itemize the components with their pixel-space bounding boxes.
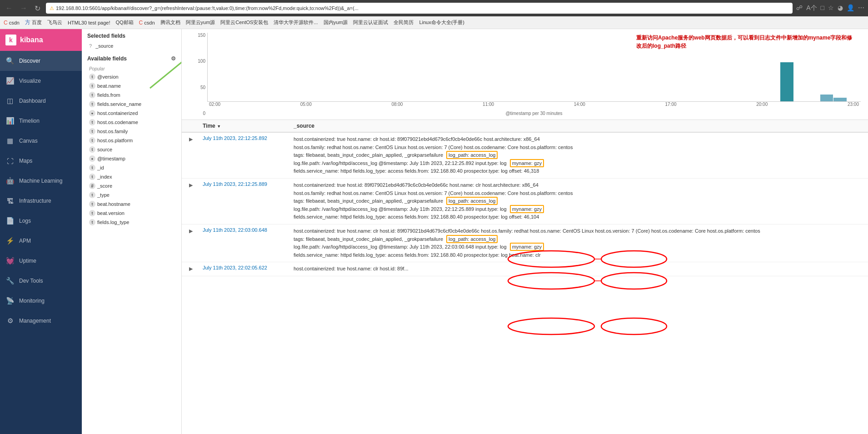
field-type-text-icon: t <box>89 174 95 180</box>
sidebar-item-management[interactable]: ⚙ Management <box>0 311 82 331</box>
infra-icon: 🏗 <box>5 197 15 205</box>
chart-bar-highlight-17[interactable] <box>780 62 793 101</box>
field-name-fieldsservicename: fields.service_name <box>97 101 141 107</box>
bookmark-csdn-2[interactable]: C csdn <box>139 20 155 26</box>
chart-y-axis: 150 100 50 0 <box>189 33 207 116</box>
bookmark-tencent-doc[interactable]: 腾讯文档 <box>160 19 180 26</box>
source-field-item[interactable]: ? _source <box>87 42 176 50</box>
row-source-1: host.containerized: true host.name: clr … <box>294 135 861 175</box>
sidebar-item-apm[interactable]: ⚡ APM <box>0 231 82 251</box>
field-name-timestamp: @timestamp <box>97 156 125 161</box>
sidebar-item-label-dashboard: Dashboard <box>19 98 46 104</box>
nav-back-button[interactable]: ← <box>4 2 15 14</box>
col-time-header[interactable]: Time ▼ <box>203 123 294 129</box>
available-fields-gear-icon[interactable]: ⚙ <box>171 55 176 62</box>
sidebar-item-maps[interactable]: ⛶ Maps <box>0 151 82 171</box>
row-expand-btn-1[interactable]: ▶ <box>189 135 203 142</box>
row-expand-btn-4[interactable]: ▶ <box>189 265 203 272</box>
sidebar-item-dashboard[interactable]: ◫ Dashboard <box>0 91 82 111</box>
bookmark-yum[interactable]: 国内yum源 <box>324 19 348 26</box>
bookmark-tsinghua[interactable]: 清华大学开源软件... <box>274 19 318 26</box>
bookmark-resume[interactable]: 全民简历 <box>394 19 414 26</box>
field-item-index[interactable]: t _index <box>87 172 176 181</box>
chart-x-axis-label: @timestamp per 30 minutes <box>207 111 861 116</box>
chart-bar-20b[interactable] <box>833 98 846 101</box>
bookmark-label: QQ邮箱 <box>115 19 133 26</box>
field-name-beatname: beat.name <box>97 83 121 89</box>
field-item-fieldsfrom[interactable]: t fields.from <box>87 90 176 100</box>
field-item-hostos-codename[interactable]: t host.os.codename <box>87 118 176 127</box>
address-bar[interactable]: ⚠ 192.168.80.10:5601/app/kibana#/discove… <box>46 3 793 14</box>
nav-refresh-button[interactable]: ↻ <box>33 2 42 15</box>
translate-icon[interactable]: A个 <box>806 4 817 12</box>
field-item-timestamp[interactable]: ● @timestamp <box>87 154 176 163</box>
bookmark-html30[interactable]: HTML30 test page! <box>68 20 110 25</box>
sidebar-item-devtools[interactable]: 🔧 Dev Tools <box>0 271 82 291</box>
sidebar-item-monitoring[interactable]: 📡 Monitoring <box>0 291 82 311</box>
table-row-wrapper-2: ▶ July 11th 2023, 22:12:25.889 host.cont… <box>182 179 868 224</box>
sidebar-item-timelion[interactable]: 📊 Timelion <box>0 111 82 131</box>
popular-label: Popular <box>87 65 176 72</box>
field-type-text-icon: t <box>89 74 95 80</box>
field-item-score[interactable]: # _score <box>87 181 176 190</box>
monitoring-icon: 📡 <box>5 297 15 305</box>
x-label-20: 20:00 <box>756 102 768 107</box>
sidebar-item-ml[interactable]: 🤖 Machine Learning <box>0 171 82 191</box>
field-item-hostos-platform[interactable]: t host.os.platform <box>87 136 176 145</box>
sidebar-item-canvas[interactable]: ▦ Canvas <box>0 131 82 151</box>
chart-bar-20a[interactable] <box>820 95 833 101</box>
sidebar-item-discover[interactable]: 🔍 Discover <box>0 51 82 71</box>
row-source-4: host.containerized: true host.name: clr … <box>294 265 861 273</box>
browser-actions: ☍ A个 □ ☆ ◕ 👤 ⋯ <box>796 4 864 12</box>
screenshot-icon[interactable]: □ <box>821 4 824 12</box>
table-area: Time ▼ _source ▶ July 11th 2023, 22:12:2… <box>182 120 868 434</box>
bookmark-icon[interactable]: ☆ <box>828 4 834 12</box>
bookmark-aliyun-cert[interactable]: 阿里云认证面试 <box>353 19 388 26</box>
col-source-header: _source <box>294 123 861 129</box>
x-label-02: 02:00 <box>209 102 220 107</box>
nav-forward-button[interactable]: → <box>18 2 29 14</box>
bookmark-baidu[interactable]: 方 百度 <box>25 19 42 26</box>
bookmark-label: 阿里云yum源 <box>186 19 215 26</box>
field-item-hostos-family[interactable]: t host.os.family <box>87 127 176 136</box>
field-item-id[interactable]: t _id <box>87 163 176 172</box>
sidebar-item-infrastructure[interactable]: 🏗 Infrastructure <box>0 191 82 211</box>
field-item-beatversion[interactable]: t beat.version <box>87 209 176 218</box>
sidebar-logo[interactable]: k kibana <box>0 29 82 51</box>
field-item-beatname[interactable]: t beat.name <box>87 81 176 90</box>
field-item-fieldslogtype[interactable]: t fields.log_type <box>87 218 176 227</box>
field-item-source[interactable]: t source <box>87 145 176 154</box>
extension-icon[interactable]: ◕ <box>838 4 843 12</box>
bookmark-csdn-1[interactable]: C csdn <box>4 20 20 26</box>
bookmark-qq[interactable]: QQ邮箱 <box>115 19 133 26</box>
timelion-icon: 📊 <box>5 117 15 125</box>
chart-x-axis: 02:00 05:00 08:00 11:00 14:00 17:00 20:0… <box>207 102 861 111</box>
row-expand-btn-3[interactable]: ▶ <box>189 227 203 234</box>
bookmark-label: csdn <box>9 20 20 25</box>
sidebar-nav: k kibana 🔍 Discover 📈 Visualize ◫ Dashbo… <box>0 29 82 434</box>
bookmark-label: 阿里云CentOS安装包 <box>220 19 268 26</box>
sidebar-item-uptime[interactable]: 💓 Uptime <box>0 251 82 271</box>
row-expand-btn-2[interactable]: ▶ <box>189 181 203 188</box>
field-item-hostcontainerized[interactable]: ● host.containerized <box>87 109 176 118</box>
field-item-version[interactable]: t @version <box>87 72 176 81</box>
bookmark-linux[interactable]: Linux命令大全(手册) <box>419 19 464 26</box>
selected-fields-title: Selected fields <box>87 33 176 39</box>
bookmark-aliyun-yum[interactable]: 阿里云yum源 <box>186 19 215 26</box>
bookmark-label: HTML30 test page! <box>68 20 110 25</box>
sidebar-item-visualize[interactable]: 📈 Visualize <box>0 71 82 91</box>
bookmark-feiniao[interactable]: 飞鸟云 <box>47 19 62 26</box>
reader-mode-icon[interactable]: ☍ <box>796 4 803 12</box>
y-label-50: 50 <box>200 85 205 90</box>
more-icon[interactable]: ⋯ <box>858 4 864 12</box>
sidebar-item-logs[interactable]: 📄 Logs <box>0 211 82 231</box>
x-label-11: 11:00 <box>483 102 494 107</box>
bookmark-centos[interactable]: 阿里云CentOS安装包 <box>220 19 268 26</box>
field-item-fieldsservicename[interactable]: t fields.service_name <box>87 100 176 109</box>
bookmark-label: 国内yum源 <box>324 19 348 26</box>
profile-icon[interactable]: 👤 <box>847 4 854 12</box>
field-item-type[interactable]: t _type <box>87 190 176 200</box>
field-item-beathostname[interactable]: t beat.hostname <box>87 200 176 209</box>
canvas-icon: ▦ <box>5 137 15 145</box>
sidebar-item-label-visualize: Visualize <box>19 78 41 84</box>
